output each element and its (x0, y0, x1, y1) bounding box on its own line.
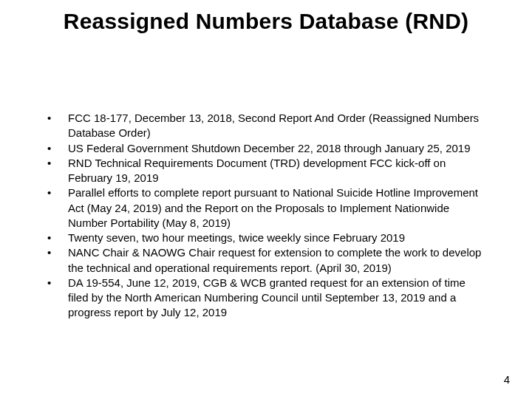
list-item: DA 19-554, June 12, 2019, CGB & WCB gran… (44, 276, 488, 321)
list-item: Twenty seven, two hour meetings, twice w… (44, 231, 488, 245)
bullet-list: FCC 18-177, December 13, 2018, Second Re… (44, 111, 488, 321)
list-item: RND Technical Requirements Document (TRD… (44, 156, 488, 186)
slide-body: FCC 18-177, December 13, 2018, Second Re… (44, 111, 488, 321)
list-item: FCC 18-177, December 13, 2018, Second Re… (44, 111, 488, 141)
list-item: US Federal Government Shutdown December … (44, 141, 488, 156)
list-item: NANC Chair & NAOWG Chair request for ext… (44, 245, 488, 276)
page-number: 4 (504, 373, 510, 386)
slide-title: Reassigned Numbers Database (RND) (0, 9, 532, 35)
slide: Reassigned Numbers Database (RND) FCC 18… (0, 0, 532, 399)
list-item: Parallel efforts to complete report purs… (44, 185, 488, 231)
